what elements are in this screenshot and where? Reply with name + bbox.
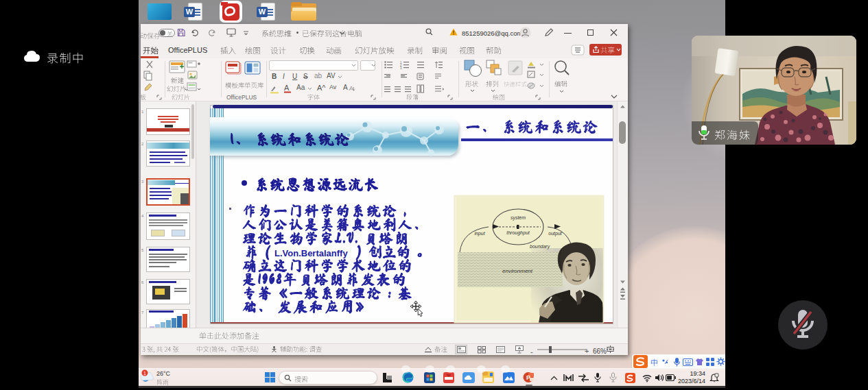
svg-text:1: 1 xyxy=(143,371,146,376)
svg-text:system: system xyxy=(511,215,526,221)
svg-text:output: output xyxy=(548,231,563,236)
svg-text:input: input xyxy=(474,231,485,236)
svg-text:boundary: boundary xyxy=(530,244,550,249)
svg-text:environment: environment xyxy=(502,268,533,274)
svg-text:A: A xyxy=(284,84,290,92)
svg-text:P: P xyxy=(526,374,530,381)
svg-text:3: 3 xyxy=(400,66,402,70)
svg-text:throughput: throughput xyxy=(506,230,530,236)
